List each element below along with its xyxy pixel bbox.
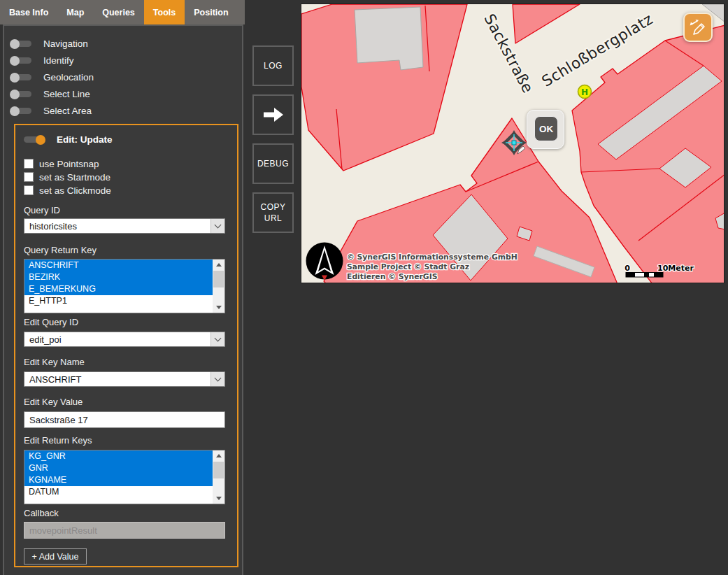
map-canvas: Sackstraße Schloßbergplatz H	[301, 4, 725, 283]
query-return-key-label: Query Return Key	[24, 245, 97, 255]
tab-position[interactable]: Position	[185, 0, 237, 24]
svg-text:H: H	[581, 87, 588, 97]
edit-return-keys-listbox: KG_GNR GNR KGNAME DATUM	[24, 450, 225, 504]
edit-return-keys-label: Edit Return Keys	[24, 435, 92, 446]
toggle-knob	[10, 73, 20, 83]
list-item[interactable]: KGNAME	[24, 474, 213, 486]
svg-text:10Meter: 10Meter	[657, 264, 694, 273]
mode-label: Navigation	[43, 38, 88, 49]
startmode-row: set as Startmode	[24, 171, 110, 183]
toggle-knob	[10, 90, 20, 99]
set-as-clickmode-checkbox[interactable]	[24, 185, 34, 195]
edit-key-value-label: Edit Key Value	[24, 397, 83, 407]
mode-row-select-area: Select Area	[10, 105, 92, 117]
pencil-move-icon	[688, 17, 708, 37]
combo-dropdown-button[interactable]	[210, 219, 224, 233]
toggle-knob	[36, 135, 45, 145]
combo-value: historicsites	[24, 219, 210, 233]
debug-button[interactable]: DEBUG	[252, 143, 294, 184]
copy-url-label: COPY URL	[259, 201, 288, 224]
arrow-down-icon	[216, 497, 222, 500]
scroll-up-button[interactable]	[213, 260, 224, 270]
list-item[interactable]: DATUM	[24, 486, 213, 498]
scroll-down-button[interactable]	[213, 493, 224, 504]
use-pointsnap-checkbox[interactable]	[24, 159, 34, 169]
navigation-toggle[interactable]	[10, 41, 31, 47]
tab-tools[interactable]: Tools	[144, 0, 185, 24]
svg-text:Editieren © SynerGIS: Editieren © SynerGIS	[347, 272, 437, 281]
scroll-down-button[interactable]	[213, 302, 224, 313]
mode-label: Select Line	[43, 89, 90, 99]
query-id-combobox[interactable]: historicsites	[24, 218, 225, 234]
tab-queries[interactable]: Queries	[93, 0, 144, 24]
combo-value: edit_poi	[24, 332, 210, 346]
list-items: ANSCHRIFT BEZIRK E_BEMERKUNG E_HTTP1	[24, 260, 213, 313]
toggle-knob	[10, 56, 20, 66]
callback-label: Callback	[24, 508, 59, 518]
select-area-toggle[interactable]	[10, 108, 31, 114]
list-items: KG_GNR GNR KGNAME DATUM	[24, 450, 213, 504]
tab-bar: Base Info Map Queries Tools Position	[0, 0, 245, 24]
chevron-down-icon	[215, 374, 222, 381]
pointsnap-row: use Pointsnap	[24, 158, 99, 169]
toggle-knob	[10, 39, 20, 49]
mode-row-navigation: Navigation	[10, 38, 88, 50]
arrow-right-icon	[262, 106, 285, 123]
arrow-up-icon	[216, 454, 222, 457]
edit-query-id-label: Edit Query ID	[24, 317, 78, 327]
combo-dropdown-button[interactable]	[210, 372, 224, 386]
chevron-down-icon	[215, 334, 222, 341]
edit-query-id-combobox[interactable]: edit_poi	[24, 332, 225, 347]
edit-key-name-combobox[interactable]: ANSCHRIFT	[24, 371, 225, 387]
identify-toggle[interactable]	[10, 57, 31, 64]
ok-overlay: OK	[527, 110, 564, 149]
scroll-up-button[interactable]	[213, 450, 224, 461]
combo-value: ANSCHRIFT	[24, 372, 210, 386]
query-id-label: Query ID	[24, 205, 60, 215]
clickmode-row: set as Clickmode	[24, 185, 111, 196]
tab-map[interactable]: Map	[57, 0, 93, 24]
mode-label: Identify	[43, 55, 74, 66]
geolocation-toggle[interactable]	[10, 74, 31, 80]
edit-geometry-button[interactable]	[683, 13, 713, 42]
ok-button[interactable]: OK	[534, 116, 558, 141]
vertical-scrollbar[interactable]	[213, 260, 224, 313]
chevron-down-icon	[215, 221, 222, 228]
log-button[interactable]: LOG	[252, 45, 294, 86]
callback-input	[24, 522, 225, 539]
set-as-startmode-checkbox[interactable]	[24, 172, 34, 182]
checkbox-label: use Pointsnap	[39, 159, 99, 169]
edit-update-toggle[interactable]	[24, 136, 45, 143]
list-item[interactable]: KG_GNR	[24, 450, 213, 462]
scrollbar-thumb[interactable]	[213, 462, 224, 478]
h-stop-marker: H	[578, 85, 592, 99]
arrow-up-icon	[216, 263, 222, 267]
arrow-down-icon	[216, 306, 222, 309]
edit-toggle-row: Edit: Update	[10, 134, 113, 145]
mode-row-identify: Identify	[10, 55, 74, 66]
list-item[interactable]: ANSCHRIFT	[24, 260, 213, 271]
mode-row-select-line: Select Line	[10, 88, 90, 100]
toggle-knob	[10, 106, 20, 116]
vertical-scrollbar[interactable]	[213, 450, 224, 504]
svg-text:0: 0	[624, 264, 630, 273]
combo-dropdown-button[interactable]	[210, 332, 224, 346]
edit-key-value-input[interactable]	[24, 411, 225, 428]
scrollbar-thumb[interactable]	[213, 271, 224, 288]
mode-row-geolocation: Geolocation	[10, 71, 94, 83]
tab-base-info[interactable]: Base Info	[0, 0, 57, 24]
svg-text:Sample Project © Stadt Graz: Sample Project © Stadt Graz	[347, 262, 469, 271]
copy-url-button[interactable]: COPY URL	[252, 192, 294, 233]
list-item[interactable]: E_HTTP1	[24, 295, 213, 307]
svg-text:© SynerGIS Informationssysteme: © SynerGIS Informationssysteme GmbH	[347, 253, 518, 262]
map-viewport[interactable]: Sackstraße Schloßbergplatz H	[301, 3, 725, 283]
list-item[interactable]: E_BEMERKUNG	[24, 283, 213, 295]
mode-label: Geolocation	[43, 72, 94, 83]
mode-label: Select Area	[43, 106, 92, 116]
list-item[interactable]: GNR	[24, 462, 213, 474]
send-button[interactable]	[252, 94, 294, 135]
list-item[interactable]: BEZIRK	[24, 271, 213, 283]
add-value-button[interactable]: + Add Value	[24, 548, 87, 565]
select-line-toggle[interactable]	[10, 91, 31, 97]
query-return-key-listbox: ANSCHRIFT BEZIRK E_BEMERKUNG E_HTTP1	[24, 259, 225, 313]
